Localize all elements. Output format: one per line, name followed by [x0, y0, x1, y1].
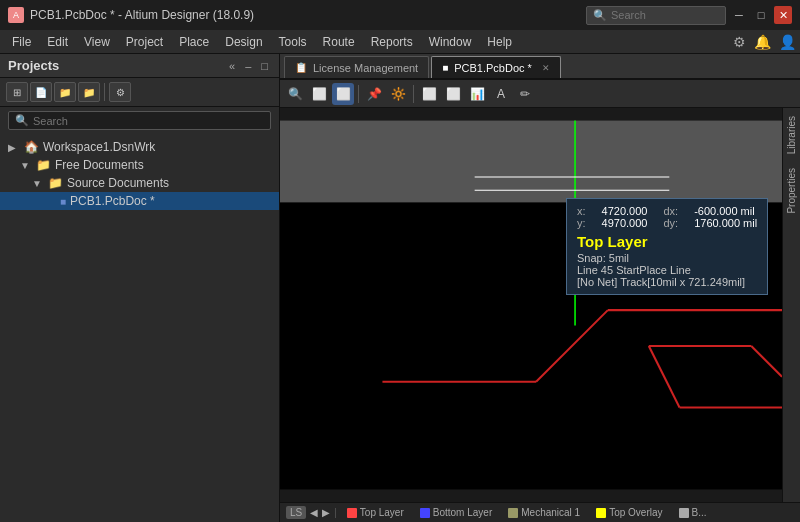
nav-next-btn[interactable]: ▶ — [322, 507, 330, 518]
rs-tab-libraries[interactable]: Libraries — [784, 110, 799, 160]
panel-max-btn[interactable]: □ — [258, 59, 271, 73]
workspace-label: Workspace1.DsnWrk — [43, 140, 155, 154]
tree-expand-free-docs: ▼ — [20, 160, 32, 171]
layer-bottom-label: Bottom Layer — [433, 507, 492, 518]
tree-expand-source-docs: ▼ — [32, 178, 44, 189]
layer-mechanical[interactable]: Mechanical 1 — [502, 507, 586, 518]
layer-b[interactable]: B... — [673, 507, 713, 518]
toolbar-add-btn[interactable]: ⊞ — [6, 82, 28, 102]
rs-tab-properties[interactable]: Properties — [784, 162, 799, 220]
coord-row-x: x: 4720.000 dx: -600.000 mil — [577, 205, 757, 217]
menu-route[interactable]: Route — [315, 33, 363, 51]
dx-val: -600.000 mil — [694, 205, 755, 217]
toolbar-sep — [104, 83, 105, 101]
tree-expand-workspace: ▶ — [8, 142, 20, 153]
status-sep1: | — [334, 507, 337, 518]
tab-license-icon: 📋 — [295, 62, 307, 73]
nav-prev-btn[interactable]: ◀ — [310, 507, 318, 518]
tab-pcb1-close[interactable]: ✕ — [542, 63, 550, 73]
panel-title: Projects — [8, 58, 59, 73]
toolbar-folder2-btn[interactable]: 📁 — [78, 82, 100, 102]
layer-top[interactable]: Top Layer — [341, 507, 410, 518]
menu-file[interactable]: File — [4, 33, 39, 51]
search-icon: 🔍 — [593, 9, 607, 22]
pcb-btn-chart[interactable]: 📊 — [466, 83, 488, 105]
minimize-button[interactable]: ─ — [730, 6, 748, 24]
status-bar: LS ◀ ▶ | Top Layer Bottom Layer Mechanic… — [280, 502, 800, 522]
toolbar-folder-btn[interactable]: 📁 — [54, 82, 76, 102]
menu-edit[interactable]: Edit — [39, 33, 76, 51]
menu-reports[interactable]: Reports — [363, 33, 421, 51]
tree-pcb1-doc[interactable]: ■ PCB1.PcbDoc * — [0, 192, 279, 210]
pcb-btn-pin[interactable]: 📌 — [363, 83, 385, 105]
menu-tools[interactable]: Tools — [271, 33, 315, 51]
pcb-btn-draw[interactable]: ✏ — [514, 83, 536, 105]
pcb-btn-route[interactable]: ⬜ — [332, 83, 354, 105]
panel-search-box[interactable]: 🔍 — [8, 111, 271, 130]
main-layout: Projects « – □ ⊞ 📄 📁 📁 ⚙ 🔍 ▶ 🏠 Workspace… — [0, 54, 800, 522]
menu-help[interactable]: Help — [479, 33, 520, 51]
tab-pcb1-icon: ■ — [442, 62, 448, 73]
panel-search-input[interactable] — [33, 115, 264, 127]
panel-collapse-btn[interactable]: « — [226, 59, 238, 73]
pcb1-label: PCB1.PcbDoc * — [70, 194, 155, 208]
user-icon[interactable]: 👤 — [779, 34, 796, 50]
title-search-box[interactable]: 🔍 — [586, 6, 726, 25]
window-title: PCB1.PcbDoc * - Altium Designer (18.0.9) — [30, 8, 254, 22]
x-val: 4720.000 — [602, 205, 648, 217]
tree-source-docs[interactable]: ▼ 📁 Source Documents — [0, 174, 279, 192]
tree-free-docs[interactable]: ▼ 📁 Free Documents — [0, 156, 279, 174]
layer-bottom-dot — [420, 508, 430, 518]
tab-pcb1-label: PCB1.PcbDoc * — [454, 62, 532, 74]
menu-view[interactable]: View — [76, 33, 118, 51]
layer-top-dot — [347, 508, 357, 518]
close-button[interactable]: ✕ — [774, 6, 792, 24]
panel-search-icon: 🔍 — [15, 114, 29, 127]
panel-toolbar: ⊞ 📄 📁 📁 ⚙ — [0, 78, 279, 107]
menu-window[interactable]: Window — [421, 33, 480, 51]
layer-top-overlay[interactable]: Top Overlay — [590, 507, 668, 518]
layer-mech-dot — [508, 508, 518, 518]
title-search-input[interactable] — [611, 9, 711, 21]
tree-workspace[interactable]: ▶ 🏠 Workspace1.DsnWrk — [0, 138, 279, 156]
source-docs-icon: 📁 — [48, 176, 63, 190]
maximize-button[interactable]: □ — [752, 6, 770, 24]
pcb-btn-text[interactable]: A — [490, 83, 512, 105]
pcb-btn-highlight[interactable]: 🔆 — [387, 83, 409, 105]
layer-b-label: B... — [692, 507, 707, 518]
title-bar: A PCB1.PcbDoc * - Altium Designer (18.0.… — [0, 0, 800, 30]
panel-min-btn[interactable]: – — [242, 59, 254, 73]
layer-overlay-dot — [596, 508, 606, 518]
tab-pcb1-doc[interactable]: ■ PCB1.PcbDoc * ✕ — [431, 56, 561, 78]
pcb-btn-3d[interactable]: ⬜ — [442, 83, 464, 105]
menu-design[interactable]: Design — [217, 33, 270, 51]
tab-bar: 📋 License Management ■ PCB1.PcbDoc * ✕ — [280, 54, 800, 80]
pcb-btn-select[interactable]: ⬜ — [308, 83, 330, 105]
tab-license-management[interactable]: 📋 License Management — [284, 56, 429, 78]
menu-project[interactable]: Project — [118, 33, 171, 51]
title-right: 🔍 ─ □ ✕ — [586, 6, 792, 25]
layer-bottom[interactable]: Bottom Layer — [414, 507, 498, 518]
x-label: x: — [577, 205, 586, 217]
pcb-btn-zoom-in[interactable]: 🔍 — [284, 83, 306, 105]
free-docs-icon: 📁 — [36, 158, 51, 172]
pcb1-icon: ■ — [60, 196, 66, 207]
settings-icon[interactable]: ⚙ — [733, 34, 746, 50]
coord-row-y: y: 4970.000 dy: 1760.000 mil — [577, 217, 757, 229]
layer-top-label: Top Layer — [360, 507, 404, 518]
layer-mechanical-label: Mechanical 1 — [521, 507, 580, 518]
menu-place[interactable]: Place — [171, 33, 217, 51]
line-info: Line 45 StartPlace Line — [577, 264, 757, 276]
source-docs-label: Source Documents — [67, 176, 169, 190]
projects-panel: Projects « – □ ⊞ 📄 📁 📁 ⚙ 🔍 ▶ 🏠 Workspace… — [0, 54, 280, 522]
pcb-toolbar-sep1 — [358, 85, 359, 103]
toolbar-file-btn[interactable]: 📄 — [30, 82, 52, 102]
pcb-drawing — [280, 108, 782, 502]
right-panel: 📋 License Management ■ PCB1.PcbDoc * ✕ 🔍… — [280, 54, 800, 522]
toolbar-settings-btn[interactable]: ⚙ — [109, 82, 131, 102]
pcb-btn-measure[interactable]: ⬜ — [418, 83, 440, 105]
layer-name: Top Layer — [577, 233, 757, 250]
pcb-canvas[interactable]: x: 4720.000 dx: -600.000 mil y: 4970.000… — [280, 108, 782, 502]
panel-header: Projects « – □ — [0, 54, 279, 78]
notification-icon[interactable]: 🔔 — [754, 34, 771, 50]
